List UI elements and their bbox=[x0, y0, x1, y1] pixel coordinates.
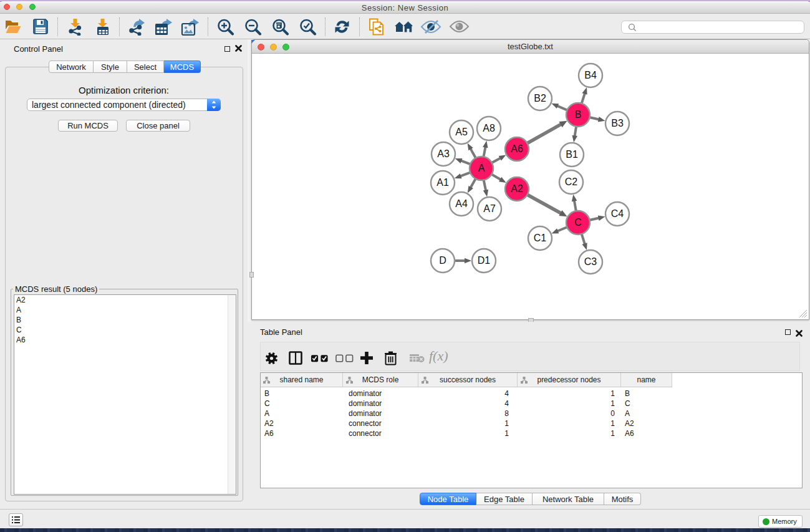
svg-text:A8: A8 bbox=[483, 123, 495, 133]
svg-text:A5: A5 bbox=[455, 127, 468, 137]
svg-text:A7: A7 bbox=[483, 203, 496, 214]
svg-text:B1: B1 bbox=[566, 149, 578, 160]
svg-text:B2: B2 bbox=[534, 93, 546, 104]
svg-text:A3: A3 bbox=[437, 148, 450, 159]
svg-text:C2: C2 bbox=[565, 177, 578, 187]
svg-text:C4: C4 bbox=[611, 208, 624, 219]
svg-text:A2: A2 bbox=[511, 183, 523, 194]
svg-text:A1: A1 bbox=[436, 177, 449, 188]
svg-text:A6: A6 bbox=[511, 143, 523, 154]
svg-text:C: C bbox=[574, 217, 582, 228]
svg-text:D: D bbox=[439, 255, 446, 266]
svg-text:B: B bbox=[575, 109, 582, 120]
svg-text:C1: C1 bbox=[534, 233, 547, 243]
svg-text:D1: D1 bbox=[478, 255, 491, 266]
svg-text:B4: B4 bbox=[584, 70, 597, 80]
svg-text:C3: C3 bbox=[584, 256, 597, 267]
svg-text:B3: B3 bbox=[611, 118, 624, 128]
svg-text:A4: A4 bbox=[455, 198, 468, 209]
svg-text:A: A bbox=[478, 163, 485, 173]
